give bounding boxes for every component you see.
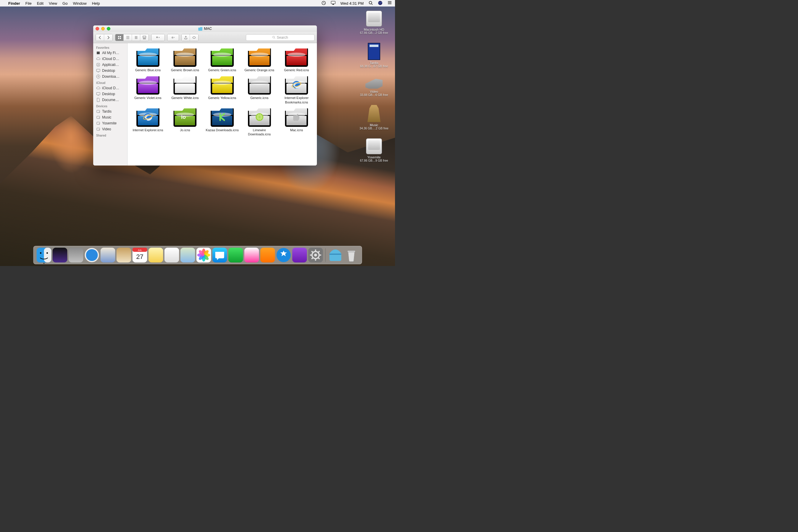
file-item[interactable]: Mac.icns [278,107,314,136]
icon-view-button[interactable] [115,34,124,41]
back-button[interactable] [96,34,104,41]
file-item[interactable]: Generic Blue.icns [130,47,166,72]
folder-icon [198,26,202,31]
search-placeholder: Search [277,36,288,40]
file-item[interactable]: Limewire Downloads.icns [241,107,277,136]
folder-icon [137,47,160,67]
sidebar-item-label: Music [102,115,111,119]
file-item[interactable]: Generic White.icns [167,75,203,104]
file-item[interactable]: ioJo.icns [167,107,203,136]
file-item[interactable]: Kazaa Downloads.icns [204,107,240,136]
spotlight-icon[interactable] [368,1,373,6]
menu-edit[interactable]: Edit [37,1,43,6]
desktop-item-music[interactable]: Music34.36 GB….2 GB free [358,105,390,130]
tardis-icon [368,43,380,60]
sidebar-item-allmyfi[interactable]: All My Fi… [93,50,127,56]
svg-rect-68 [244,248,259,263]
svg-text:JUL: JUL [138,249,142,251]
app-icon: A [96,63,100,67]
airplay-icon[interactable] [331,1,335,6]
dock-appstore[interactable] [276,248,291,263]
sidebar-item-label: All My Fi… [102,51,119,55]
share-button[interactable] [182,34,190,41]
siri-icon[interactable] [378,1,383,6]
desktop-icons: Macintosh HD67.86 GB…2 GB freeTardis68.3… [358,11,390,162]
sidebar-item-video[interactable]: Video [93,126,127,132]
desktop-item-macintosh-hd[interactable]: Macintosh HD67.86 GB…2 GB free [358,11,390,35]
dock-calendar[interactable]: JUL27 [132,248,147,263]
dock-downloads[interactable] [328,248,343,263]
file-item[interactable]: Internet Explorer.icns [130,107,166,136]
file-item[interactable]: Generic Yellow.icns [204,75,240,104]
content-area[interactable]: Generic Blue.icnsGeneric Brown.icnsGener… [128,43,317,166]
dock-siri[interactable] [52,248,67,263]
sidebar-item-yosemite[interactable]: Yosemite [93,120,127,126]
column-view-button[interactable] [132,34,140,41]
zoom-button[interactable] [107,27,110,31]
dock-safari[interactable] [84,248,99,263]
dock-itunes[interactable] [244,248,259,263]
svg-rect-10 [157,37,158,37]
desktop-item-tardis[interactable]: Tardis68.38 G…67 GB free [358,43,390,68]
desktop-item-label: Video [370,90,378,93]
dock-launchpad[interactable] [68,248,83,263]
dock-finder[interactable] [36,248,51,263]
clock[interactable]: Wed 4:31 PM [340,1,364,6]
file-item[interactable]: Generic.icns [241,75,277,104]
dock-contacts[interactable] [116,248,131,263]
menu-view[interactable]: View [49,1,57,6]
svg-rect-45 [68,248,83,263]
sidebar-item-downloa[interactable]: Downloa… [93,74,127,79]
action-button[interactable] [167,34,179,41]
menu-file[interactable]: File [25,1,32,6]
dock-maps[interactable] [180,248,195,263]
drive-icon [366,11,382,26]
list-view-button[interactable] [124,34,132,41]
dock-facetime[interactable] [228,248,243,263]
menubar-app-name[interactable]: Finder [8,1,20,6]
minimize-button[interactable] [101,27,105,31]
sidebar-item-tardis[interactable]: Tardis [93,109,127,114]
svg-rect-12 [157,37,158,38]
coverflow-view-button[interactable] [140,34,148,41]
file-item[interactable]: Generic Brown.icns [167,47,203,72]
svg-text:27: 27 [136,253,143,260]
time-machine-icon[interactable] [321,1,326,6]
menu-help[interactable]: Help [92,1,100,6]
search-field[interactable]: Search [246,34,314,41]
arrange-button[interactable] [151,34,164,41]
dock-ibooks[interactable] [260,248,275,263]
svg-point-2 [369,1,372,4]
dock-messages[interactable] [212,248,227,263]
sidebar-item-icloudd[interactable]: iCloud D… [93,85,127,91]
sidebar-item-applicati[interactable]: AApplicati… [93,62,127,68]
sidebar-item-desktop[interactable]: Desktop [93,68,127,74]
file-item[interactable]: Generic Violet.icns [130,75,166,104]
menu-window[interactable]: Window [73,1,86,6]
sidebar-item-icloudd[interactable]: iCloud D… [93,56,127,62]
sidebar-item-docume[interactable]: Docume… [93,97,127,103]
tags-button[interactable] [190,34,198,41]
dock-photos[interactable] [196,248,211,263]
sidebar-item-desktop[interactable]: Desktop [93,91,127,97]
file-item[interactable]: Generic Green.icns [204,47,240,72]
file-item[interactable]: Generic Red.icns [278,47,314,72]
dock-preferences[interactable] [308,248,323,263]
sidebar-item-music[interactable]: Music [93,114,127,120]
dock-trash[interactable] [344,248,359,263]
file-item[interactable]: Internet Explorer Bookmarks.icns [278,75,314,104]
desktop-item-yosemite[interactable]: Yosemite67.86 GB…9 GB free [358,138,390,162]
dock-mail[interactable] [100,248,115,263]
dock-feedback[interactable] [292,248,307,263]
folder-icon [137,107,160,127]
desktop-item-video[interactable]: Video33.88 GB…6 GB free [358,76,390,97]
notification-center-icon[interactable] [387,1,392,6]
dock-notes[interactable] [148,248,163,263]
forward-button[interactable] [104,34,112,41]
close-button[interactable] [95,27,99,31]
dock-reminders[interactable] [164,248,179,263]
file-item[interactable]: Generic Orange.icns [241,47,277,72]
titlebar[interactable]: MAC [93,25,317,32]
svg-rect-71 [292,248,307,263]
menu-go[interactable]: Go [62,1,68,6]
